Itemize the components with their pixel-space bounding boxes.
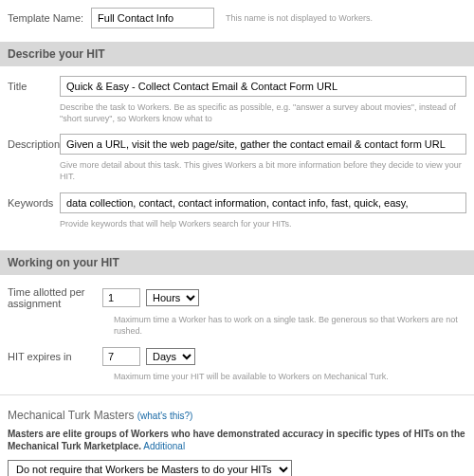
keywords-input[interactable] [60, 192, 466, 213]
masters-whats-this-link[interactable]: (what's this?) [137, 411, 193, 421]
title-label: Title [8, 81, 60, 92]
time-allotted-input[interactable] [102, 288, 140, 307]
hit-expires-label: HIT expires in [8, 351, 102, 362]
description-input[interactable] [60, 134, 466, 155]
section-describe-hit: Describe your HIT [0, 42, 474, 66]
template-name-input[interactable] [91, 8, 214, 28]
time-allotted-hint: Maximum time a Worker has to work on a s… [0, 313, 474, 342]
masters-desc: Masters are elite groups of Workers who … [8, 429, 465, 451]
description-hint: Give more detail about this task. This g… [0, 158, 474, 188]
masters-additional-link[interactable]: Additional [143, 441, 185, 451]
section-working-on-hit: Working on your HIT [0, 250, 474, 275]
hit-expires-hint: Maximum time your HIT will be available … [0, 370, 474, 389]
keywords-label: Keywords [8, 197, 60, 209]
time-allotted-unit[interactable]: Hours [146, 289, 199, 306]
masters-heading: Mechanical Turk Masters [8, 409, 134, 422]
hit-expires-input[interactable] [102, 347, 140, 366]
keywords-hint: Provide keywords that will help Workers … [0, 217, 474, 236]
time-allotted-label: Time allotted per assignment [8, 286, 102, 309]
masters-select[interactable]: Do not require that Workers be Masters t… [8, 460, 292, 477]
title-input[interactable] [60, 76, 466, 97]
description-label: Description [8, 138, 60, 150]
template-name-hint: This name is not displayed to Workers. [214, 13, 373, 23]
template-name-label: Template Name: [8, 12, 91, 24]
title-hint: Describe the task to Workers. Be as spec… [0, 101, 474, 130]
hit-expires-unit[interactable]: Days [146, 348, 195, 365]
